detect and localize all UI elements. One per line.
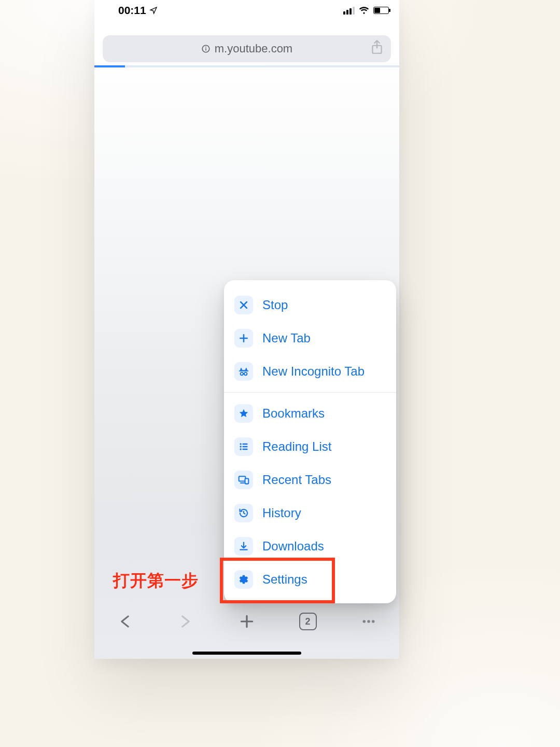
battery-icon [373,7,389,14]
menu-item-stop[interactable]: Stop [224,288,396,322]
more-icon [361,614,376,629]
svg-point-6 [372,620,375,623]
menu-item-settings[interactable]: Settings [224,563,396,596]
download-icon [234,537,253,556]
list-icon [234,437,253,456]
svg-rect-1 [205,48,206,51]
menu-item-bookmarks[interactable]: Bookmarks [224,397,396,430]
plus-icon [239,613,255,630]
x-icon [234,296,253,314]
progress-bar [94,65,125,67]
new-tab-button[interactable] [233,608,260,635]
svg-rect-13 [243,446,248,448]
page-load-progress [94,65,399,67]
gear-icon [234,570,253,589]
share-button[interactable] [370,39,384,58]
menu-item-label: Bookmarks [262,406,325,421]
svg-point-10 [240,443,242,445]
cellular-icon [343,7,355,15]
plus-icon [234,329,253,348]
svg-point-14 [240,448,242,450]
svg-point-2 [205,47,206,48]
menu-item-incognito[interactable]: New Incognito Tab [224,355,396,388]
share-icon [370,39,384,55]
location-arrow-icon [149,6,158,15]
address-bar[interactable]: m.youtube.com [103,35,391,62]
incognito-icon [234,362,253,381]
back-button[interactable] [111,608,138,635]
menu-item-label: New Tab [262,331,311,345]
devices-icon [234,471,253,489]
annotation-label: 打开第一步 [113,570,199,592]
status-bar: 00:11 [94,0,399,21]
site-info-icon [201,44,211,53]
status-right [343,6,389,15]
menu-item-label: Downloads [262,539,324,554]
menu-item-reading-list[interactable]: Reading List [224,430,396,463]
menu-item-downloads[interactable]: Downloads [224,530,396,563]
menu-item-label: Reading List [262,439,331,454]
svg-rect-17 [245,478,249,483]
menu-separator [224,392,396,393]
menu-item-label: History [262,506,301,520]
tab-count-badge: 2 [299,613,317,630]
forward-button[interactable] [172,608,199,635]
overflow-menu-button[interactable] [355,608,382,635]
wifi-icon [359,6,369,15]
menu-item-new-tab[interactable]: New Tab [224,322,396,355]
menu-item-label: New Incognito Tab [262,364,365,379]
back-arrow-icon [117,614,133,629]
menu-item-label: Recent Tabs [262,473,331,487]
home-indicator [192,652,301,655]
forward-arrow-icon [178,614,193,629]
tabs-button[interactable]: 2 [295,608,321,635]
svg-point-8 [241,372,244,376]
star-icon [234,404,253,423]
svg-rect-16 [239,476,246,481]
history-icon [234,504,253,522]
menu-item-label: Settings [262,572,307,587]
canvas: 00:11 m.youtube.com [0,0,560,747]
status-time: 00:11 [118,4,158,17]
svg-point-5 [367,620,370,623]
bottom-toolbar: 2 [94,605,399,638]
svg-rect-7 [239,370,248,371]
menu-item-recent-tabs[interactable]: Recent Tabs [224,463,396,496]
svg-point-4 [363,620,366,623]
svg-rect-11 [243,444,248,445]
svg-point-12 [240,446,242,447]
menu-item-history[interactable]: History [224,496,396,530]
svg-rect-15 [243,449,248,450]
status-time-text: 00:11 [118,4,146,17]
menu-item-label: Stop [262,298,288,312]
svg-point-9 [244,372,247,376]
address-bar-text: m.youtube.com [215,42,292,56]
overflow-menu: StopNew TabNew Incognito TabBookmarksRea… [224,280,396,603]
